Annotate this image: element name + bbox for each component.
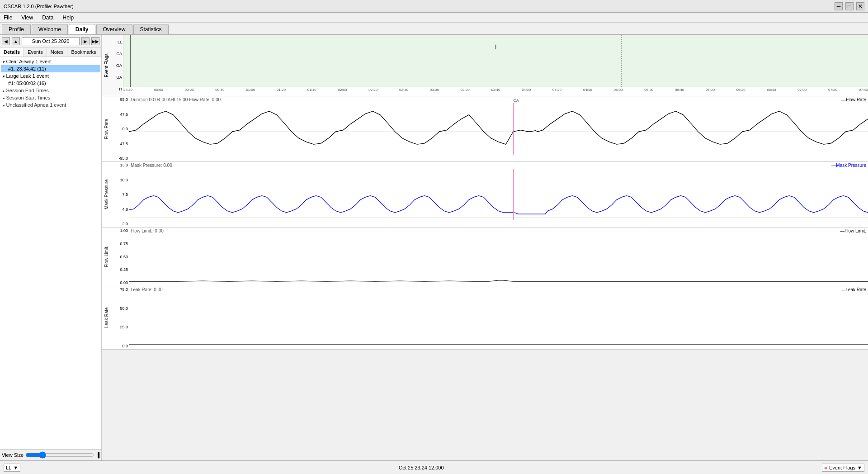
overview-panel: Event Flags LL CA OA UA H — [102, 35, 868, 96]
flow-limit-panel: Flow Limit. 1.00 0.75 0.50 0.25 0.00 Flo… — [102, 228, 868, 286]
tree-session-end-times[interactable]: Session End Times — [1, 87, 100, 94]
tree-clear-airway-child1[interactable]: #1: 23:34:42 (11) — [1, 65, 100, 72]
tree-unclassified-apnea[interactable]: Unclassified Apnea 1 event — [1, 101, 100, 109]
tree-session-start-times[interactable]: Session Start Times — [1, 94, 100, 101]
sidebar-tab-details[interactable]: Details — [0, 47, 24, 57]
sidebar-tab-events[interactable]: Events — [24, 47, 47, 57]
tab-welcome[interactable]: Welcome — [32, 24, 68, 34]
mask-pressure-event-line — [513, 169, 514, 220]
flow-rate-xaxis: 23:32:4523:33:0023:33:1523:33:30 23:33:4… — [129, 161, 868, 161]
maximize-button[interactable]: □ — [845, 2, 854, 10]
flag-ua: UA — [116, 75, 122, 80]
next2-date-button[interactable]: ▶▶ — [91, 37, 99, 45]
mask-pressure-yaxis: 13.0 10.3 7.5 4.8 2.0 — [111, 162, 129, 227]
overview-time-12: 03:40 — [491, 88, 500, 95]
flag-selector[interactable]: LL ▼ — [4, 464, 20, 472]
app-title: OSCAR 1.2.0 (Profile: Pawther) — [4, 4, 74, 9]
flow-limit-legend: —Flow Limit. — [840, 228, 866, 233]
event-flags-color-indicator: ■ — [824, 465, 827, 470]
view-size-slider[interactable] — [25, 451, 94, 459]
overview-time-15: 04:40 — [583, 88, 592, 95]
overview-time-11: 03:20 — [461, 88, 470, 95]
tree-large-leak-parent[interactable]: Large Leak 1 event — [1, 72, 100, 80]
up-date-button[interactable]: ▲ — [12, 37, 20, 45]
leak-rate-xaxis: 23:32:4523:33:0023:33:1523:33:30 23:33:4… — [129, 348, 868, 349]
mask-pressure-axis-label: Mask Pressure — [102, 162, 111, 227]
overview-time-19: 06:00 — [706, 88, 715, 95]
overview-time-23: 07:20 — [828, 88, 837, 95]
menu-view[interactable]: View — [19, 14, 35, 22]
overview-time-16: 05:00 — [614, 88, 623, 95]
overview-time-8: 02:20 — [368, 88, 377, 95]
flow-rate-axis-label: Flow Rate — [102, 96, 111, 161]
close-button[interactable]: ✕ — [856, 2, 864, 10]
overview-time-9: 02:40 — [399, 88, 408, 95]
sidebar-tab-bookmarks[interactable]: Bookmarks — [67, 47, 100, 57]
flow-rate-svg — [129, 104, 868, 160]
mask-pressure-title: Mask Pressure: 0.00 — [131, 163, 172, 168]
flow-rate-chart-inner: Duration 00:04:00 AHI 15.00 Flow Rate: 0… — [129, 96, 868, 161]
flow-limit-yaxis: 1.00 0.75 0.50 0.25 0.00 — [111, 228, 129, 286]
flow-rate-title: Duration 00:04:00 AHI 15.00 Flow Rate: 0… — [131, 97, 221, 102]
minimize-button[interactable]: ─ — [835, 2, 843, 10]
tab-daily[interactable]: Daily — [69, 24, 95, 34]
event-flags-dropdown-icon[interactable]: ▼ — [857, 465, 862, 470]
mask-pressure-legend: —Mask Pressure — [831, 163, 866, 168]
overview-time-10: 03:00 — [430, 88, 439, 95]
flag-oa: OA — [116, 63, 122, 68]
sidebar-content: Clear Airway 1 event #1: 23:34:42 (11) L… — [0, 57, 101, 449]
tab-statistics[interactable]: Statistics — [133, 24, 169, 34]
event-flags-toggle[interactable]: ■ Event Flags ▼ — [822, 464, 864, 472]
view-size-value: ▐ — [96, 452, 99, 458]
overview-time-5: 01:20 — [277, 88, 286, 95]
overview-time-14: 04:20 — [552, 88, 561, 95]
mask-pressure-xaxis: 23:32:4523:33:0023:33:1523:33:30 23:33:4… — [129, 226, 868, 227]
leak-rate-axis-label: Leak Rate — [102, 286, 111, 349]
menu-help[interactable]: Help — [61, 14, 76, 22]
menubar: File View Data Help — [0, 13, 868, 23]
leak-rate-title: Leak Rate: 0.00 — [131, 287, 163, 292]
overview-time-2: 00:20 — [185, 88, 194, 95]
event-flags-axis-label: Event Flags — [102, 35, 111, 96]
event-flags-label: Event Flags — [829, 465, 855, 470]
leak-rate-yaxis: 75.0 50.0 25.0 0.0 — [111, 286, 129, 349]
date-nav: ◀ ▲ Sun Oct 25 2020 ▶ ▶▶ — [0, 35, 101, 47]
tree-clear-airway-parent[interactable]: Clear Airway 1 event — [1, 58, 100, 65]
sidebar-nav: Details Events Notes Bookmarks — [0, 47, 101, 57]
svg-rect-0 — [123, 35, 868, 87]
flow-rate-legend: —Flow Rate — [841, 97, 866, 102]
overview-time-13: 04:00 — [522, 88, 531, 95]
flow-limit-axis-label: Flow Limit. — [102, 228, 111, 286]
ca-event-label: CA — [513, 98, 519, 103]
sidebar-tab-notes[interactable]: Notes — [47, 47, 68, 57]
flow-limit-title: Flow Limit.: 0.00 — [131, 228, 164, 233]
flag-ca: CA — [116, 52, 122, 56]
tab-overview[interactable]: Overview — [96, 24, 132, 34]
flag-h: H — [119, 87, 123, 91]
tree-large-leak-child1[interactable]: #1: 05:00:02 (16) — [1, 80, 100, 87]
sidebar-footer: View Size ▐ — [0, 449, 101, 460]
flow-limit-chart-inner: Flow Limit.: 0.00 —Flow Limit. 23:32:452… — [129, 228, 868, 286]
date-display[interactable]: Sun Oct 25 2020 — [22, 37, 80, 45]
overview-time-24: 07:40 — [859, 88, 868, 95]
prev-date-button[interactable]: ◀ — [2, 37, 10, 45]
overview-time-3: 00:40 — [215, 88, 224, 95]
menu-file[interactable]: File — [2, 14, 14, 22]
overview-time-7: 02:00 — [338, 88, 347, 95]
mask-pressure-svg — [129, 169, 868, 225]
flow-limit-svg — [129, 235, 868, 284]
overview-time-22: 07:00 — [797, 88, 807, 95]
flag-dropdown-icon[interactable]: ▼ — [13, 465, 18, 470]
menu-data[interactable]: Data — [40, 14, 55, 22]
next-date-button[interactable]: ▶ — [81, 37, 90, 45]
leak-rate-panel: Leak Rate 75.0 50.0 25.0 0.0 Leak Rate: … — [102, 286, 868, 350]
overview-time-0: 23:40 — [123, 88, 132, 95]
overview-time-1: 00:00 — [154, 88, 163, 95]
flag-ll: LL — [118, 40, 122, 44]
statusbar: LL ▼ Oct 25 23:24:12.000 ■ Event Flags ▼ — [0, 460, 868, 474]
mask-pressure-panel: Mask Pressure 13.0 10.3 7.5 4.8 2.0 Mask… — [102, 162, 868, 228]
tab-profile[interactable]: Profile — [2, 24, 31, 34]
mask-pressure-chart-inner: Mask Pressure: 0.00 —Mask Pressure 23:32… — [129, 162, 868, 227]
overview-time-4: 01:00 — [246, 88, 255, 95]
overview-time-20: 06:20 — [736, 88, 745, 95]
